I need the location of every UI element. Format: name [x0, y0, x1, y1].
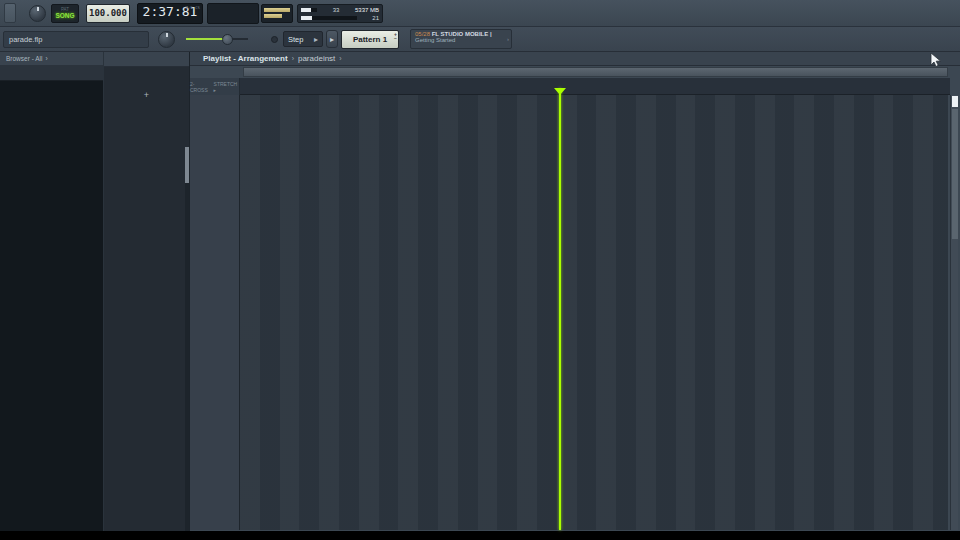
- shuffle-knob[interactable]: [158, 31, 175, 48]
- project-title-field[interactable]: parade.flp: [3, 31, 149, 48]
- song-label: SONG: [55, 12, 74, 19]
- browser-header: Browser - All ›: [0, 52, 103, 65]
- cross-toggle[interactable]: 2-CROSS: [190, 81, 211, 93]
- mouse-cursor: [930, 53, 942, 71]
- timeline-ruler[interactable]: [240, 78, 950, 95]
- memory-value: 5337 MB: [355, 7, 379, 13]
- pattern-selector-value: Pattern 1: [353, 35, 387, 44]
- news-chevron-icon[interactable]: ›: [507, 36, 509, 42]
- playlist-corner-controls: 2-CROSS STRETCH ▸: [190, 78, 240, 95]
- browser-title[interactable]: Browser - All: [6, 55, 42, 62]
- pattern-list: [104, 86, 189, 88]
- step-selector[interactable]: Step▸: [283, 31, 323, 47]
- playhead-line: [559, 88, 561, 530]
- arrangement-name[interactable]: paradeinst: [298, 54, 335, 63]
- playlist-canvas[interactable]: [240, 95, 948, 530]
- breadcrumb-chevron-icon: ›: [292, 55, 294, 62]
- picker-tabs: [104, 67, 189, 86]
- song-pattern-toggle[interactable]: PAT SONG: [51, 4, 79, 23]
- output-meters: [261, 4, 293, 23]
- playhead-marker[interactable]: [554, 88, 566, 95]
- menu-bar: [4, 3, 16, 23]
- time-units: M:S:CS: [186, 5, 200, 10]
- stretch-toggle[interactable]: STRETCH ▸: [214, 81, 239, 93]
- browser-tree: [0, 81, 103, 84]
- playlist-title[interactable]: Playlist - Arrangement: [203, 54, 288, 63]
- playlist-overview-scrollbar[interactable]: [243, 67, 948, 77]
- fl-studio-window: PAT SONG 100.000 2:37:81 M:S:CS 335337 M…: [0, 0, 960, 531]
- browser-tabs: [0, 65, 103, 81]
- browser-chevron-icon[interactable]: ›: [45, 55, 47, 62]
- news-subtitle: Getting Started: [415, 37, 507, 43]
- status-led: [271, 36, 278, 43]
- step-label: Step: [288, 35, 303, 44]
- playlist-titlebar: Playlist - Arrangement › paradeinst ›: [190, 52, 960, 66]
- time-display[interactable]: 2:37:81 M:S:CS: [137, 3, 203, 24]
- cpu2-value: 21: [372, 15, 379, 21]
- main-toolbar: PAT SONG 100.000 2:37:81 M:S:CS 335337 M…: [0, 0, 960, 27]
- news-panel[interactable]: 05/28 FL STUDIO MOBILE | Getting Started…: [410, 29, 512, 49]
- tempo-display[interactable]: 100.000: [86, 4, 130, 23]
- pattern-picker-panel: +: [104, 52, 190, 531]
- secondary-toolbar: parade.flp Step▸ ▸ Pattern 1+− 05/28 FL …: [0, 27, 960, 52]
- breadcrumb-chevron-icon: ›: [339, 55, 341, 62]
- track-headers: [190, 95, 240, 530]
- cpu-value: 33: [333, 7, 340, 13]
- pattern-selector[interactable]: Pattern 1+−: [341, 30, 399, 49]
- pattern-list-scrollbar[interactable]: [185, 147, 189, 540]
- next-pattern-button[interactable]: ▸: [326, 30, 338, 48]
- master-volume-slider[interactable]: [186, 32, 248, 46]
- main-volume-knob[interactable]: [29, 5, 46, 22]
- add-pattern-button[interactable]: +: [104, 88, 189, 101]
- oscilloscope: [207, 3, 259, 24]
- playlist-vscrollbar[interactable]: [950, 95, 958, 530]
- browser-panel: Browser - All ›: [0, 52, 104, 531]
- playlist-tool-bar: [104, 52, 189, 67]
- letterbox-bar: [0, 531, 960, 540]
- cpu-panel: 335337 MB 21: [297, 4, 383, 23]
